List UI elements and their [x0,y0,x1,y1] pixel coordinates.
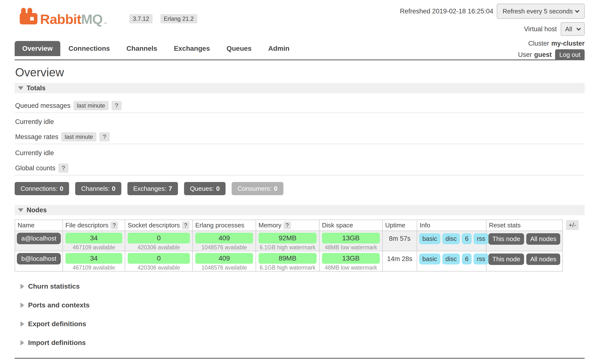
tab-exchanges[interactable]: Exchanges [166,41,218,56]
metric-value: 0 [128,253,190,264]
section-import-definitions[interactable]: Import definitions [21,339,585,347]
col-file-descriptors: File descriptors? [63,220,125,231]
divider [15,175,585,175]
triangle-right-icon [21,303,24,308]
memory-help-icon[interactable]: ? [283,222,291,229]
triangle-down-icon [18,86,23,90]
tab-queues[interactable]: Queues [218,41,260,56]
exchanges-count-button[interactable]: Exchanges:7 [127,182,178,195]
version-badge: 3.7.12 [129,14,153,23]
queued-idle-text: Currently idle [15,118,585,126]
sd-help-icon[interactable]: ? [182,222,189,229]
metric-value: 13GB [322,233,380,243]
col-erlang-processes: Erlang processes [193,220,256,231]
metric-value: 89MB [259,253,317,264]
section-churn-statistics[interactable]: Churn statistics [21,283,585,290]
info-badge: 6 [462,233,472,244]
rates-idle-text: Currently idle [15,149,585,157]
chevron-down-icon [575,8,579,13]
metric-sub: 467109 available [63,244,125,251]
metric-sub: 420306 available [125,244,192,251]
triangle-right-icon [21,340,24,345]
user-label: User [518,51,532,59]
message-rates-label: Message rates [15,133,58,141]
virtual-host-select[interactable]: All [561,22,585,36]
logout-button[interactable]: Log out [555,49,585,60]
queues-count-button[interactable]: Queues:0 [184,182,226,195]
chevron-down-icon [576,26,581,30]
tab-overview[interactable]: Overview [15,41,60,56]
info-badge: basic [419,253,440,264]
info-badge: disc [442,253,460,264]
user-name: guest [534,51,552,59]
proc-cell: 4091048576 available [193,231,256,251]
rabbitmq-rabbit-icon [20,8,40,26]
cluster-name: my-cluster [551,40,585,47]
refresh-interval-select[interactable]: Refresh every 5 seconds [497,4,585,19]
triangle-right-icon [21,284,24,289]
metric-sub: 6.1GB high watermark [256,264,319,271]
memory-cell: 92MB6.1GB high watermark [256,231,319,251]
rabbitmq-logo[interactable]: RabbitMQ ™ [20,8,107,26]
tab-channels[interactable]: Channels [118,41,166,56]
info-cell: basicdisc6rss [417,251,486,271]
virtual-host-label: Virtual host [524,25,557,33]
col-info: Info [417,220,486,231]
column-toggle-badge[interactable]: +/- [566,220,579,230]
metric-value: 92MB [259,233,317,243]
node-name-badge[interactable]: b@localhost [17,253,61,264]
disk-cell: 13GB48MB low watermark [319,251,383,271]
connections-count-button[interactable]: Connections:0 [15,182,69,195]
fd-help-icon[interactable]: ? [110,222,118,229]
fd-cell: 34467109 available [63,231,125,251]
col-reset-stats: Reset stats [486,220,563,231]
table-header-row: Name File descriptors? Socket descriptor… [15,220,563,231]
section-nodes-header[interactable]: Nodes [15,205,585,215]
sd-cell: 0420306 available [125,231,193,251]
metric-sub: 6.1GB high watermark [256,244,319,251]
channels-count-button[interactable]: Channels:0 [75,182,121,195]
main-nav: Overview Connections Channels Exchanges … [15,41,298,56]
metric-sub: 1048576 available [193,244,256,251]
section-export-definitions[interactable]: Export definitions [21,320,585,328]
this-node-button[interactable]: This node [488,233,524,245]
info-cell: basicdisc6rss [417,231,486,251]
queued-period-badge[interactable]: last minute [73,101,109,110]
metric-value: 0 [128,233,190,243]
cluster-label: Cluster [528,40,549,47]
this-node-button[interactable]: This node [488,253,524,265]
metric-sub: 1048576 available [193,264,256,271]
rates-help-icon[interactable]: ? [99,132,109,142]
section-ports-and-contexts[interactable]: Ports and contexts [21,301,585,309]
queued-messages-label: Queued messages [15,102,71,110]
global-counts-help-icon[interactable]: ? [58,163,68,173]
col-name: Name [15,220,63,231]
page-header: RabbitMQ ™ 3.7.12 Erlang 21.2 Refreshed … [15,0,585,60]
tab-admin[interactable]: Admin [260,41,298,56]
page-title: Overview [15,66,585,79]
col-memory: Memory? [256,220,319,231]
all-nodes-button[interactable]: All nodes [526,233,560,245]
refreshed-timestamp: Refreshed 2019-02-18 16:25:04 [400,8,493,15]
node-row-b: b@localhost 34467109 available 0420306 a… [15,251,563,271]
all-nodes-button[interactable]: All nodes [526,253,560,265]
tab-connections[interactable]: Connections [60,41,118,56]
section-totals-header[interactable]: Totals [15,83,585,93]
disk-cell: 13GB48MB low watermark [319,231,383,251]
fd-cell: 34467109 available [63,251,125,271]
footer-divider [15,358,585,359]
global-counts-label: Global counts [15,164,55,172]
triangle-down-icon [18,208,23,212]
rates-period-badge[interactable]: last minute [61,132,96,142]
divider [15,144,585,144]
uptime-cell: 14m 28s [383,251,417,271]
reset-cell: This nodeAll nodes [486,231,563,251]
metric-value: 34 [65,253,122,264]
node-name-badge[interactable]: a@localhost [17,233,61,244]
info-badge: rss [474,233,488,244]
info-badge: rss [474,253,488,264]
queued-help-icon[interactable]: ? [112,101,122,110]
metric-value: 409 [195,233,253,243]
proc-cell: 4091048576 available [193,251,256,271]
nodes-table: Name File descriptors? Socket descriptor… [15,220,563,272]
